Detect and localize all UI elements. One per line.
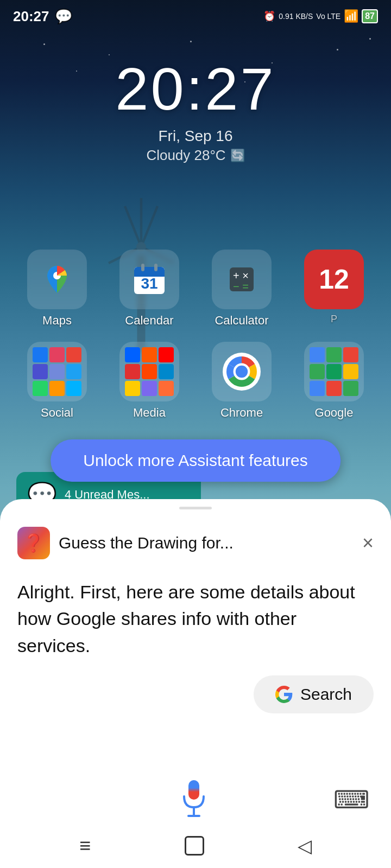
- bottom-controls: ⌨: [0, 765, 391, 821]
- bottom-sheet: ❓ Guess the Drawing for... × Alright. Fi…: [0, 499, 391, 868]
- close-button[interactable]: ×: [362, 533, 374, 553]
- search-button[interactable]: Search: [254, 675, 374, 713]
- chrome-label: Chrome: [220, 406, 263, 420]
- keyboard-button[interactable]: ⌨: [333, 785, 369, 814]
- battery-indicator: 87: [362, 9, 378, 23]
- svg-rect-20: [188, 780, 199, 800]
- apps-row-1: Maps 31 Calendar + × − = Calculator: [0, 250, 391, 328]
- calculator-label: Calculator: [215, 314, 268, 328]
- clock-date: Fri, Sep 16: [0, 127, 391, 145]
- mic-button[interactable]: [54, 778, 333, 821]
- clock-time: 20:27: [0, 54, 391, 123]
- google-g-icon: [275, 686, 293, 703]
- app-calendar[interactable]: 31 Calendar: [111, 250, 187, 328]
- sheet-body: Alright. First, here are some details ab…: [0, 559, 391, 659]
- unlock-assistant-button[interactable]: Unlock more Assistant features: [51, 439, 340, 482]
- whatsapp-status-icon: 💬: [55, 8, 72, 25]
- navigation-bar: ≡ ◁: [0, 821, 391, 868]
- calendar-icon: 31: [119, 250, 179, 309]
- sheet-title: Guess the Drawing for...: [59, 534, 354, 552]
- clock-area: 20:27 Fri, Sep 16 Cloudy 28°C 🔄: [0, 54, 391, 164]
- maps-icon: [27, 250, 87, 309]
- app-social-folder[interactable]: Social: [19, 342, 95, 420]
- svg-text:+  ×: + ×: [233, 270, 249, 282]
- app-calculator[interactable]: + × − = Calculator: [204, 250, 280, 328]
- refresh-icon: 🔄: [230, 149, 245, 163]
- svg-rect-12: [141, 264, 144, 271]
- svg-line-5: [141, 206, 157, 247]
- app-media-folder[interactable]: Media: [111, 342, 187, 420]
- sheet-handle-area: [0, 499, 391, 509]
- sheet-message: Alright. First, here are some details ab…: [17, 579, 374, 659]
- status-time-area: 20:27 💬: [13, 8, 72, 25]
- mic-icon: [176, 778, 211, 821]
- apps-row-2: Social Media: [0, 342, 391, 420]
- google-folder-icon: [304, 342, 364, 401]
- social-folder-icon: [27, 342, 87, 401]
- status-icons-area: ⏰ 0.91 KB/S Vo LTE 📶 87: [263, 9, 378, 23]
- calculator-icon: + × − =: [212, 250, 272, 309]
- google-label: Google: [315, 406, 354, 420]
- nav-back-button[interactable]: ◁: [298, 835, 312, 857]
- svg-text:31: 31: [141, 275, 157, 292]
- status-time: 20:27: [13, 8, 49, 25]
- signal-icon: 📶: [344, 9, 358, 23]
- svg-rect-13: [154, 264, 157, 271]
- alarm-icon: ⏰: [263, 10, 275, 22]
- app-google-folder[interactable]: Google: [296, 342, 372, 420]
- status-bar: 20:27 💬 ⏰ 0.91 KB/S Vo LTE 📶 87: [0, 0, 391, 33]
- social-label: Social: [41, 406, 73, 420]
- clock-weather: Cloudy 28°C 🔄: [0, 147, 391, 164]
- media-folder-icon: [119, 342, 179, 401]
- red-app-icon: 12: [304, 250, 364, 309]
- svg-line-4: [125, 206, 141, 247]
- maps-label: Maps: [42, 314, 72, 328]
- app-red[interactable]: 12 P: [296, 250, 372, 328]
- nav-home-button[interactable]: [185, 836, 204, 856]
- nav-menu-icon[interactable]: ≡: [79, 834, 91, 857]
- svg-text:−  =: − =: [233, 280, 249, 292]
- app-maps[interactable]: Maps: [19, 250, 95, 328]
- svg-point-19: [236, 366, 248, 378]
- speed-indicator: 0.91 KB/S: [279, 12, 313, 21]
- search-label: Search: [300, 685, 352, 704]
- media-label: Media: [133, 406, 166, 420]
- app-chrome[interactable]: Chrome: [204, 342, 280, 420]
- volte-indicator: Vo LTE: [316, 12, 340, 21]
- search-btn-area: Search: [0, 659, 391, 713]
- chrome-icon: [212, 342, 272, 401]
- app-logo: ❓: [17, 527, 50, 559]
- calendar-label: Calendar: [125, 314, 173, 328]
- sheet-header: ❓ Guess the Drawing for... ×: [0, 509, 391, 559]
- red-app-label: P: [331, 314, 337, 325]
